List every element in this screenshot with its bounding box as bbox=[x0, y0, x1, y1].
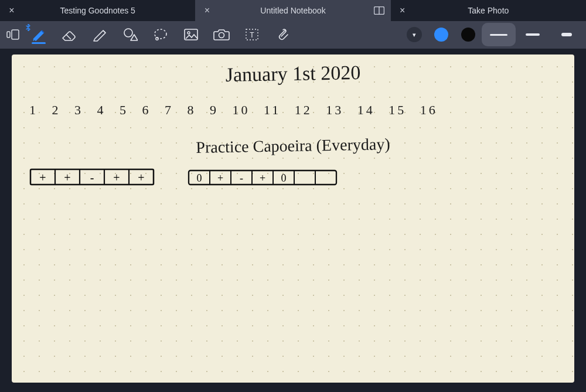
eraser-tool[interactable] bbox=[54, 23, 84, 46]
chevron-down-icon: ▾ bbox=[413, 31, 416, 39]
stroke-thick[interactable] bbox=[550, 23, 584, 46]
shape-tool[interactable] bbox=[115, 23, 145, 46]
svg-point-10 bbox=[219, 33, 224, 38]
habit-title-handwriting: Practice Capoeira (Everyday) bbox=[196, 135, 390, 157]
tracker-a: + + - + + bbox=[29, 167, 158, 188]
pen-icon bbox=[31, 27, 46, 42]
svg-point-7 bbox=[156, 38, 158, 40]
toolbar: T ▾ bbox=[0, 21, 586, 49]
tab-label: Testing Goodnotes 5 bbox=[20, 6, 175, 15]
close-icon[interactable]: × bbox=[4, 5, 20, 16]
textbox-icon: T bbox=[245, 28, 259, 41]
svg-text:0: 0 bbox=[197, 172, 202, 184]
page-title-handwriting: January 1st 2020 bbox=[225, 62, 360, 86]
svg-point-5 bbox=[124, 29, 132, 37]
svg-rect-3 bbox=[7, 32, 10, 38]
svg-text:+: + bbox=[113, 171, 120, 184]
stroke-thin[interactable] bbox=[482, 23, 516, 46]
camera-tool[interactable] bbox=[206, 23, 237, 46]
svg-text:+: + bbox=[217, 172, 223, 184]
image-icon bbox=[183, 28, 199, 41]
svg-text:0: 0 bbox=[281, 172, 287, 184]
color-dropdown[interactable]: ▾ bbox=[407, 27, 422, 42]
svg-line-4 bbox=[66, 35, 71, 39]
tab-untitled-notebook[interactable]: × Untitled Notebook bbox=[195, 0, 390, 21]
svg-rect-2 bbox=[12, 30, 19, 39]
close-icon[interactable]: × bbox=[199, 5, 215, 16]
tab-label: Take Photo bbox=[411, 6, 566, 15]
svg-text:+: + bbox=[64, 171, 70, 184]
image-tool[interactable] bbox=[176, 23, 206, 46]
stroke-medium[interactable] bbox=[516, 23, 550, 46]
svg-text:T: T bbox=[250, 31, 254, 39]
lasso-icon bbox=[153, 28, 168, 42]
svg-text:-: - bbox=[240, 172, 243, 184]
camera-icon bbox=[213, 28, 230, 41]
highlighter-icon bbox=[91, 27, 108, 42]
tracker-b: 0 + - + 0 bbox=[188, 167, 340, 188]
page-thumbnails-button[interactable] bbox=[2, 23, 23, 46]
tab-bar: × Testing Goodnotes 5 × Untitled Noteboo… bbox=[0, 0, 586, 21]
svg-point-9 bbox=[188, 32, 190, 34]
highlighter-tool[interactable] bbox=[84, 23, 115, 46]
color-swatch-black[interactable] bbox=[461, 28, 475, 42]
color-swatch-blue[interactable] bbox=[434, 28, 448, 42]
attachment-tool[interactable] bbox=[267, 23, 298, 46]
svg-text:+: + bbox=[138, 171, 144, 184]
bluetooth-icon bbox=[26, 24, 30, 31]
eraser-icon bbox=[60, 28, 78, 42]
textbox-tool[interactable]: T bbox=[237, 23, 267, 46]
lasso-tool[interactable] bbox=[145, 23, 176, 46]
canvas-stage: January 1st 2020 1 2 3 4 5 6 7 8 9 10 11… bbox=[0, 49, 586, 392]
svg-text:+: + bbox=[260, 172, 265, 184]
tab-take-photo[interactable]: × Take Photo bbox=[391, 0, 586, 21]
split-view-icon[interactable] bbox=[371, 6, 387, 15]
tab-testing-goodnotes[interactable]: × Testing Goodnotes 5 bbox=[0, 0, 195, 21]
pen-tool[interactable] bbox=[23, 23, 54, 46]
shape-icon bbox=[122, 28, 138, 42]
notebook-page[interactable]: January 1st 2020 1 2 3 4 5 6 7 8 9 10 11… bbox=[12, 54, 574, 383]
paperclip-icon bbox=[276, 28, 289, 42]
svg-text:-: - bbox=[90, 171, 94, 184]
tab-label: Untitled Notebook bbox=[215, 6, 370, 15]
close-icon[interactable]: × bbox=[394, 5, 411, 16]
number-row-handwriting: 1 2 3 4 5 6 7 8 9 10 11 12 13 14 15 16 bbox=[29, 103, 438, 118]
svg-text:+: + bbox=[39, 171, 46, 184]
